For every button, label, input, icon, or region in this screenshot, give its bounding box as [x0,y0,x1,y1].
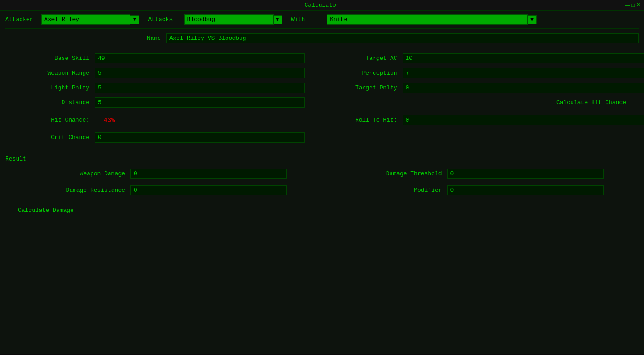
damage-resistance-label: Damage Resistance [5,187,130,194]
perception-input[interactable] [403,68,644,78]
weapon-damage-input[interactable] [130,169,287,179]
with-dropdown-arrow[interactable]: ▼ [528,15,537,24]
distance-input[interactable] [95,97,305,108]
attacker-label: Attacker [5,16,41,23]
damage-resistance-input[interactable] [130,185,287,195]
main-container: Attacker ▼ Attacks ▼ With ▼ Name Base Sk… [0,11,644,354]
modifier-input[interactable] [447,185,604,195]
attacks-dropdown-arrow[interactable]: ▼ [274,15,282,24]
calculate-hit-chance-button[interactable]: Calculate Hit Chance [553,97,630,108]
title-bar: Calculator — □ ✕ [0,0,644,11]
attacker-select-wrapper: ▼ [41,14,139,25]
weapon-range-label: Weapon Range [5,70,95,76]
attacks-label: Attacks [148,16,184,23]
crit-chance-label: Crit Chance [5,134,95,141]
name-label: Name [5,35,166,42]
weapon-damage-label: Weapon Damage [5,170,130,177]
damage-threshold-label: Damage Threshold [322,170,447,177]
light-pnlty-label: Light Pnlty [5,85,95,91]
perception-label: Perception [322,70,403,76]
window-title: Calculator [304,2,339,8]
distance-label: Distance [5,99,95,106]
calculate-damage-button[interactable]: Calculate Damage [14,205,77,216]
name-input[interactable] [166,33,639,43]
target-ac-label: Target AC [322,55,403,62]
hit-chance-value: 43% [104,117,115,124]
window-controls: — □ ✕ [625,2,640,8]
damage-threshold-input[interactable] [447,169,604,179]
roll-to-hit-label: Roll To Hit: [322,117,403,123]
hit-chance-label: Hit Chance: [5,117,95,123]
with-select-wrapper: ▼ [327,14,537,25]
base-skill-label: Base Skill [5,55,95,62]
attacks-select-wrapper: ▼ [184,14,282,25]
result-label: Result [5,156,26,162]
close-button[interactable]: ✕ [636,2,640,8]
modifier-label: Modifier [322,187,447,194]
roll-to-hit-input[interactable] [403,115,644,125]
crit-chance-input[interactable] [95,132,305,143]
minimize-button[interactable]: — [625,2,630,8]
base-skill-input[interactable] [95,53,305,63]
attacker-input[interactable] [41,14,130,25]
maximize-button[interactable]: □ [631,2,635,8]
attacks-input[interactable] [184,14,274,25]
with-input[interactable] [327,14,528,25]
target-pnlty-label: Target Pnlty [322,85,403,91]
weapon-range-input[interactable] [95,68,305,78]
target-pnlty-input[interactable] [403,83,644,93]
target-ac-input[interactable] [403,53,644,63]
attacker-dropdown-arrow[interactable]: ▼ [130,15,139,24]
with-label: With [291,16,327,23]
light-pnlty-input[interactable] [95,83,305,93]
